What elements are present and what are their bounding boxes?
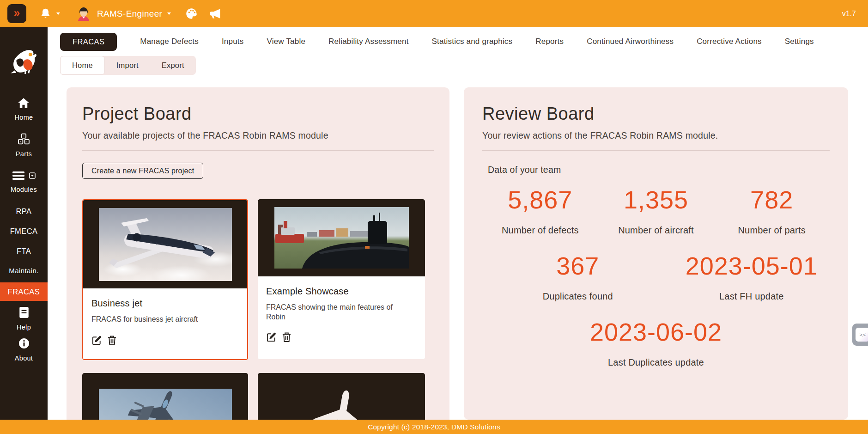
notifications-caret-icon[interactable] — [56, 12, 60, 15]
stat-label: Last Duplicates update — [590, 357, 722, 368]
stat-value: 367 — [482, 251, 674, 280]
sidebar-item-label: About — [15, 355, 33, 362]
project-cards-grid: Business jet FRACAS for business jet air… — [82, 199, 434, 434]
feedback-widget-button[interactable]: >.< — [852, 324, 868, 346]
sidebar-item-label: Home — [15, 114, 33, 121]
footer-bar: Copyright (c) 2018-2023, DMD Solutions — [0, 420, 868, 434]
submarine-harbor-photo — [258, 199, 425, 276]
parts-cubes-icon — [18, 133, 30, 147]
sidebar-item-fta[interactable]: FTA — [17, 247, 31, 256]
app-root: » RAMS-Engineer — [0, 0, 868, 434]
top-bar: » RAMS-Engineer — [0, 0, 868, 27]
nav-item-settings[interactable]: Settings — [785, 37, 814, 46]
stat-label: Last FH update — [674, 291, 830, 302]
stat-duplicates-found: 367 Duplicates found — [482, 251, 674, 302]
sidebar-item-label: Parts — [16, 150, 32, 158]
sidebar-item-label: Modules — [11, 186, 37, 193]
nav-item-manage-defects[interactable]: Manage Defects — [140, 37, 199, 46]
copyright-text: Copyright (c) 2018-2023, DMD Solutions — [368, 423, 500, 431]
review-board-title: Review Board — [482, 104, 830, 124]
stat-number-of-parts: 782 Number of parts — [714, 185, 830, 236]
project-name: Business jet — [91, 298, 239, 309]
sidebar-item-maintain[interactable]: Maintain. — [9, 267, 38, 275]
divider — [82, 150, 434, 151]
stat-value: 5,867 — [482, 185, 598, 214]
project-name: Example Showcase — [266, 286, 417, 297]
stats-row-3: 2023-06-02 Last Duplicates update — [482, 318, 830, 368]
review-board-panel: Review Board Your review actions of the … — [464, 87, 848, 420]
project-card-body: Business jet FRACAS for business jet air… — [83, 288, 247, 359]
module-nav: FRACAS Manage Defects Inputs View Table … — [48, 27, 868, 56]
stat-label: Number of aircraft — [598, 225, 714, 236]
project-card-body: Example Showcase FRACAS showing the main… — [258, 276, 425, 359]
user-name[interactable]: RAMS-Engineer — [97, 9, 162, 19]
modules-expand-icon[interactable] — [29, 172, 36, 181]
feedback-face-icon: >.< — [856, 328, 868, 342]
stat-value: 2023-05-01 — [674, 251, 830, 280]
project-board-panel: Project Board Your available projects of… — [67, 87, 449, 434]
divider — [482, 150, 830, 151]
sidebar-collapse-button[interactable]: » — [7, 4, 26, 23]
nav-item-statistics-and-graphics[interactable]: Statistics and graphics — [432, 37, 513, 46]
nav-item-reliability-assessment[interactable]: Reliability Assessment — [328, 37, 409, 46]
stat-label: Duplicates found — [482, 291, 674, 302]
sidebar-item-fracas-active[interactable]: FRACAS — [0, 282, 48, 301]
stat-label: Number of defects — [482, 225, 598, 236]
subtab-bar: Home Import Export — [60, 56, 196, 75]
modules-menu-icon — [12, 171, 25, 183]
stat-value: 782 — [714, 185, 830, 214]
project-board-title: Project Board — [82, 104, 434, 124]
nav-item-corrective-actions[interactable]: Corrective Actions — [697, 37, 762, 46]
app-version: v1.7 — [842, 10, 856, 18]
stat-last-fh-update: 2023-05-01 Last FH update — [674, 251, 830, 302]
sidebar-item-home[interactable]: Home — [15, 98, 33, 121]
stat-number-of-defects: 5,867 Number of defects — [482, 185, 598, 236]
team-data-label: Data of your team — [488, 165, 830, 175]
stat-number-of-aircraft: 1,355 Number of aircraft — [598, 185, 714, 236]
user-menu-caret-icon[interactable] — [167, 12, 171, 15]
user-avatar[interactable] — [76, 6, 91, 22]
subtab-export[interactable]: Export — [150, 56, 196, 75]
project-card-example-showcase[interactable]: Example Showcase FRACAS showing the main… — [258, 199, 425, 359]
subtab-home-active[interactable]: Home — [60, 56, 105, 75]
about-info-icon — [18, 337, 30, 351]
sidebar: Home Parts — [0, 27, 48, 434]
stat-value: 1,355 — [598, 185, 714, 214]
project-board-subtitle: Your available projects of the FRACAS Ro… — [82, 130, 434, 141]
nav-item-view-table[interactable]: View Table — [267, 37, 305, 46]
sidebar-item-label: Help — [17, 324, 31, 331]
create-fracas-project-button[interactable]: Create a new FRACAS project — [82, 163, 203, 179]
edit-project-icon[interactable] — [91, 335, 102, 346]
sidebar-item-rpa[interactable]: RPA — [16, 207, 32, 216]
announcements-megaphone-icon[interactable] — [208, 7, 222, 20]
nav-item-inputs[interactable]: Inputs — [222, 37, 244, 46]
stat-last-duplicates-update: 2023-06-02 Last Duplicates update — [590, 318, 722, 368]
delete-project-icon[interactable] — [107, 335, 117, 346]
nav-tab-fracas-active[interactable]: FRACAS — [60, 33, 117, 51]
sidebar-item-about[interactable]: About — [15, 337, 33, 362]
stats-row-1: 5,867 Number of defects 1,355 Number of … — [482, 185, 830, 236]
home-icon — [18, 98, 30, 110]
nav-item-continued-airworthiness[interactable]: Continued Airworthiness — [587, 37, 674, 46]
stats-row-2: 367 Duplicates found 2023-05-01 Last FH … — [482, 251, 830, 302]
theme-palette-icon[interactable] — [185, 7, 198, 20]
help-book-icon — [18, 306, 30, 320]
project-description: FRACAS for business jet aircraft — [91, 314, 230, 324]
robin-logo[interactable] — [9, 46, 39, 77]
business-jet-photo — [83, 200, 247, 288]
edit-project-icon[interactable] — [266, 332, 277, 342]
sidebar-item-help[interactable]: Help — [17, 306, 31, 331]
stat-label: Number of parts — [714, 225, 830, 236]
project-card-business-jet[interactable]: Business jet FRACAS for business jet air… — [82, 199, 248, 360]
sidebar-item-modules[interactable]: Modules — [11, 171, 37, 193]
project-description: FRACAS showing the main features of Robi… — [266, 302, 405, 322]
nav-item-reports[interactable]: Reports — [535, 37, 564, 46]
subtab-import[interactable]: Import — [105, 56, 150, 75]
delete-project-icon[interactable] — [282, 332, 291, 342]
stat-value: 2023-06-02 — [590, 318, 722, 346]
sidebar-item-parts[interactable]: Parts — [16, 133, 32, 158]
sidebar-item-fmeca[interactable]: FMECA — [10, 227, 38, 236]
review-board-subtitle: Your review actions of the FRACAS Robin … — [482, 130, 830, 141]
notifications-bell-icon[interactable] — [39, 7, 52, 20]
